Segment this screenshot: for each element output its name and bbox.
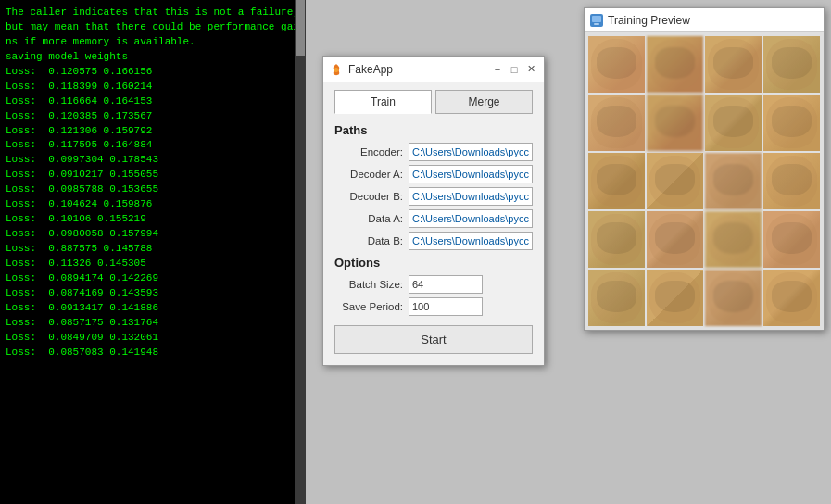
face-thumbnail [588,270,645,326]
decoder-a-row: Decoder A: [334,165,533,183]
face-thumbnail [647,153,703,209]
encoder-input[interactable] [409,143,533,161]
face-thumbnail [705,94,762,151]
face-thumbnail [705,153,762,209]
face-thumbnail [705,36,762,93]
data-b-row: Data B: [334,232,533,250]
fakeapp-titlebar: FakeApp − □ ✕ [323,57,544,82]
close-button[interactable]: ✕ [523,62,538,77]
face-thumbnail [588,153,645,209]
decoder-a-label: Decoder A: [334,169,409,180]
face-thumbnail [647,270,703,326]
face-thumbnail [588,36,645,93]
options-heading: Options [334,256,533,270]
svg-rect-1 [592,16,601,22]
data-b-input[interactable] [409,232,533,250]
fakeapp-title: FakeApp [348,63,488,76]
face-thumbnail [763,94,820,151]
face-thumbnail [647,36,703,93]
minimize-button[interactable]: − [490,62,505,77]
data-a-label: Data A: [334,213,409,224]
batch-size-row: Batch Size: [334,275,533,294]
save-period-label: Save Period: [334,301,409,312]
fakeapp-body: Train Merge Paths Encoder: Decoder A: De… [323,82,544,365]
face-thumbnail [705,270,762,326]
face-thumbnail [647,94,703,151]
decoder-a-input[interactable] [409,165,533,183]
preview-title: Training Preview [608,14,690,27]
preview-titlebar: Training Preview [585,8,824,32]
face-thumbnail [763,270,820,326]
encoder-label: Encoder: [334,146,409,158]
console-scrollbar-thumb[interactable] [296,0,305,56]
options-section: Options Batch Size: Save Period: [334,256,533,316]
console-text: The caller indicates that this is not a … [6,6,300,360]
console-area: The caller indicates that this is not a … [0,0,306,504]
fakeapp-window: FakeApp − □ ✕ Train Merge Paths Encoder:… [322,56,545,366]
fakeapp-icon [329,62,344,77]
maximize-button[interactable]: □ [507,62,522,77]
save-period-input[interactable] [409,297,483,316]
save-period-row: Save Period: [334,297,533,316]
data-a-row: Data A: [334,209,533,228]
preview-icon [590,14,603,27]
data-a-input[interactable] [409,209,533,228]
batch-size-label: Batch Size: [334,279,409,290]
decoder-b-row: Decoder B: [334,187,533,206]
preview-window: Training Preview [584,7,825,331]
tab-merge[interactable]: Merge [435,90,533,114]
console-scrollbar[interactable] [295,0,306,504]
face-thumbnail [763,211,820,268]
tab-train[interactable]: Train [334,90,432,114]
face-thumbnail [647,211,703,268]
face-thumbnail [705,211,762,268]
decoder-b-input[interactable] [409,187,533,206]
encoder-row: Encoder: [334,143,533,161]
face-thumbnail [588,94,645,151]
face-thumbnail [588,211,645,268]
batch-size-input[interactable] [409,275,483,294]
decoder-b-label: Decoder B: [334,191,409,202]
tab-row: Train Merge [334,90,533,114]
face-thumbnail [763,36,820,93]
face-thumbnail [763,153,820,209]
paths-heading: Paths [334,123,533,137]
start-button[interactable]: Start [334,325,533,354]
svg-rect-2 [594,23,599,25]
data-b-label: Data B: [334,235,409,246]
face-grid [585,32,824,330]
